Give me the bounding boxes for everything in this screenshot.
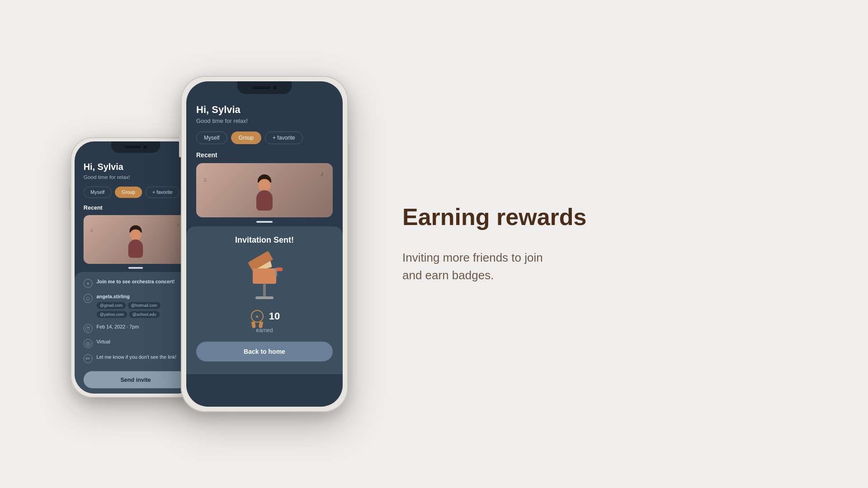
character-illustration-1 xyxy=(119,221,152,258)
back-to-home-button[interactable]: Back to home xyxy=(196,342,333,361)
organizer-name: angela.stirling xyxy=(97,294,188,300)
send-invite-button[interactable]: Send invite xyxy=(84,371,188,388)
phone-1-subtitle: Good time for relax! xyxy=(84,174,188,180)
event-location: Virtual xyxy=(97,338,110,345)
phone-1-screen: Hi, Sylvia Good time for relax! Myself G… xyxy=(75,141,197,394)
invitation-sent-title: Invitation Sent! xyxy=(235,235,294,245)
music-note-4: ♫ xyxy=(203,177,207,183)
phone-1-notch xyxy=(111,141,160,153)
add-icon: + xyxy=(84,279,93,288)
text-side: Earning rewards Inviting more friends to… xyxy=(348,204,832,284)
main-heading: Earning rewards xyxy=(402,204,796,231)
character-illustration-2 xyxy=(246,170,283,211)
filter-fav-2[interactable]: + favorite xyxy=(265,131,303,144)
notch-bar xyxy=(125,146,141,148)
event-title: Join me to see orchestra concert! xyxy=(97,278,175,285)
phone-1-recent-image: ♪ ♫ xyxy=(84,215,188,264)
phones-container: Hi, Sylvia Good time for relax! Myself G… xyxy=(36,76,348,412)
filter-myself-2[interactable]: Myself xyxy=(196,131,227,144)
tag-yahoo: @yahoo.com xyxy=(97,311,127,318)
scroll-indicator-1 xyxy=(75,264,197,272)
char-body-1 xyxy=(128,239,143,258)
mailbox-flag xyxy=(275,267,277,277)
phone-2-screen: Hi, Sylvia Good time for relax! Myself G… xyxy=(186,81,343,407)
phone-1-filters: Myself Group + favorite xyxy=(75,187,197,205)
tag-school: @school.edu xyxy=(129,311,160,318)
mailbox-box xyxy=(253,268,276,284)
invite-date-row: ⏱ Feb 14, 2022 · 7pm xyxy=(84,324,188,333)
sent-sheet: Invitation Sent! xyxy=(186,226,343,374)
phone-2-subtitle: Good time for relax! xyxy=(196,117,333,124)
music-note-3: ♪ xyxy=(320,170,324,178)
filter-fav-1[interactable]: + favorite xyxy=(146,187,179,198)
note-icon: ✏ xyxy=(84,354,93,363)
badge-icon xyxy=(249,308,265,324)
phone-2-notch xyxy=(237,81,292,94)
face-icon: ☺ xyxy=(84,294,93,303)
event-note: Let me know if you don't see the link! xyxy=(97,354,177,361)
notch-dot xyxy=(143,145,146,149)
phone-2-greeting: Hi, Sylvia xyxy=(196,104,333,116)
char-body-2 xyxy=(256,190,273,211)
phone-1-greeting: Hi, Sylvia xyxy=(84,162,188,172)
invite-note-row: ✏ Let me know if you don't see the link! xyxy=(84,354,188,363)
music-note-2: ♫ xyxy=(90,227,93,233)
tag-gmail: @gmail.com xyxy=(97,302,126,309)
rewards-row: 10 xyxy=(249,308,280,324)
invite-event-row: + Join me to see orchestra concert! xyxy=(84,278,188,288)
clock-icon: ⏱ xyxy=(84,324,93,333)
music-note-1: ♪ xyxy=(176,221,179,228)
phone-2-recent-label: Recent xyxy=(186,151,343,163)
scroll-dot-1 xyxy=(128,267,143,269)
phone-1-recent-label: Recent xyxy=(75,205,197,215)
invite-sheet: + Join me to see orchestra concert! ☺ an… xyxy=(75,272,197,394)
filter-group-1[interactable]: Group xyxy=(115,187,142,198)
badge-ribbon-left xyxy=(251,321,256,328)
tag-hotmail: @hotmail.com xyxy=(128,302,160,309)
earned-number: 10 xyxy=(269,310,280,322)
phone-2: Hi, Sylvia Good time for relax! Myself G… xyxy=(181,76,348,412)
phone-2-filters: Myself Group + favorite xyxy=(186,131,343,151)
mailbox-illustration xyxy=(242,254,287,299)
email-tags: @gmail.com @hotmail.com @yahoo.com @scho… xyxy=(97,302,188,318)
scroll-indicator-2 xyxy=(186,217,343,226)
scene: Hi, Sylvia Good time for relax! Myself G… xyxy=(0,0,868,488)
mailbox-base xyxy=(255,296,274,299)
badge-circle xyxy=(251,310,264,323)
filter-myself-1[interactable]: Myself xyxy=(84,187,112,198)
char-head-2 xyxy=(258,179,271,192)
notch-2-bar xyxy=(252,86,270,89)
invite-organizer-row: ☺ angela.stirling @gmail.com @hotmail.co… xyxy=(84,294,188,318)
phone-2-recent-image: ♪ ♫ xyxy=(196,163,333,217)
sub-description: Inviting more friends to joinand earn ba… xyxy=(402,249,796,284)
location-icon: ◎ xyxy=(84,339,93,348)
notch-2-dot xyxy=(273,86,277,89)
scroll-dot-2 xyxy=(256,221,273,223)
earned-label: earned xyxy=(256,327,273,333)
char-head-1 xyxy=(130,229,141,240)
filter-group-2[interactable]: Group xyxy=(231,131,261,144)
invite-location-row: ◎ Virtual xyxy=(84,338,188,348)
event-date: Feb 14, 2022 · 7pm xyxy=(97,324,139,330)
